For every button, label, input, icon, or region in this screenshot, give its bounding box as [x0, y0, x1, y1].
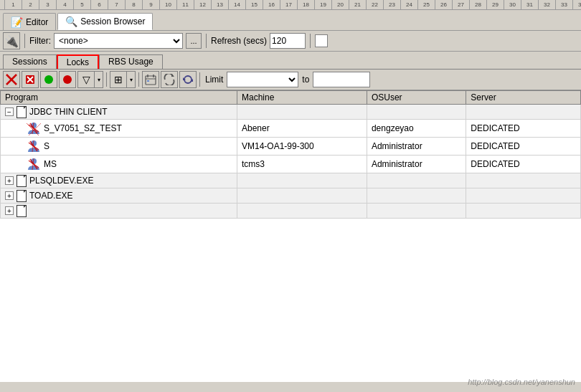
document-icon: [16, 190, 27, 201]
table-row[interactable]: + PLSQLDEV.EXE: [1, 173, 581, 188]
filter-browse-button[interactable]: ...: [186, 33, 202, 49]
cell-osuser: [367, 173, 466, 188]
document-icon: [16, 106, 27, 118]
svg-point-5: [44, 75, 53, 84]
cell-machine: VM14-OA1-99-300: [237, 138, 367, 156]
separator-4: [106, 72, 107, 87]
table-row[interactable]: S_V7051_SZ_TEST Abener dengzeyao DEDICAT…: [1, 120, 581, 138]
refresh-input[interactable]: [270, 33, 306, 49]
program-name: TOAD.EXE: [29, 191, 72, 201]
filter-icon: ▽: [78, 71, 94, 88]
col-program: Program: [1, 91, 237, 105]
sub-tab-rbs-usage-label: RBS Usage: [108, 57, 153, 67]
cell-osuser: Administrator: [367, 156, 466, 173]
ruler-marks: 1 2 3 4 5 6 7 8 9 10 11 12 13 14 15 16 1…: [4, 0, 581, 10]
tab-session-browser[interactable]: 🔍 Session Browser: [57, 13, 153, 30]
cell-server: DEDICATED: [466, 156, 581, 173]
cell-program: S_V7051_SZ_TEST: [1, 120, 237, 138]
session-table-container: Program Machine OSUser Server − JDBC THI…: [0, 90, 581, 382]
expand-icon[interactable]: +: [5, 191, 14, 200]
limit-select[interactable]: [227, 72, 298, 87]
cell-program: S: [1, 138, 237, 156]
cell-machine: [237, 173, 367, 188]
col-server: Server: [466, 91, 581, 105]
table-row[interactable]: MS tcms3 Administrator DEDICATED: [1, 156, 581, 173]
cell-program: +: [1, 204, 237, 219]
refresh-label: Refresh (secs): [211, 36, 267, 46]
separator-6: [199, 72, 200, 87]
table-row[interactable]: + TOAD.EXE: [1, 188, 581, 204]
col-machine: Machine: [237, 91, 367, 105]
grid-icon: ⊞: [110, 71, 126, 88]
sub-tab-sessions[interactable]: Sessions: [3, 54, 57, 69]
cell-machine: tcms3: [237, 156, 367, 173]
person-icon: [27, 139, 41, 153]
table-header-row: Program Machine OSUser Server: [1, 91, 581, 105]
sub-tab-sessions-label: Sessions: [12, 57, 47, 67]
to-label: to: [302, 75, 309, 85]
tab-session-browser-label: Session Browser: [80, 16, 145, 27]
cell-server: [466, 105, 581, 120]
sub-tab-locks[interactable]: Locks: [57, 54, 99, 69]
cell-server: DEDICATED: [466, 138, 581, 156]
sub-tab-rbs-usage[interactable]: RBS Usage: [99, 54, 163, 69]
expand-icon[interactable]: +: [5, 206, 14, 215]
cell-machine: Abener: [237, 120, 367, 138]
collapse-icon[interactable]: −: [5, 107, 14, 116]
grid-button[interactable]: ⊞ ▾: [110, 71, 136, 88]
red-status-button[interactable]: [59, 71, 76, 88]
cell-program: MS: [1, 156, 237, 173]
cell-machine: [237, 188, 367, 204]
separator-5: [138, 72, 139, 87]
remove-button[interactable]: [22, 71, 39, 88]
cell-program: + TOAD.EXE: [1, 188, 237, 204]
auto-refresh-checkbox[interactable]: [315, 34, 328, 47]
cell-server: [466, 173, 581, 188]
main-tab-bar: 📝 Editor 🔍 Session Browser: [0, 10, 581, 31]
expand-icon[interactable]: +: [5, 176, 14, 185]
col-osuser: OSUser: [367, 91, 466, 105]
grid-arrow-icon: ▾: [126, 71, 135, 88]
filter-label: Filter:: [29, 36, 51, 46]
table-row[interactable]: +: [1, 204, 581, 219]
svg-line-18: [32, 123, 34, 134]
tab-editor[interactable]: 📝 Editor: [3, 13, 56, 30]
refresh-button[interactable]: [161, 71, 178, 88]
table-row[interactable]: − JDBC THIN CLIENT: [1, 105, 581, 120]
program-name: MS: [44, 159, 57, 169]
svg-line-17: [30, 123, 37, 133]
program-name: PLSQLDEV.EXE: [29, 176, 94, 186]
separator-3: [310, 34, 311, 48]
watermark: http://blog.csdn.net/yanenshun: [468, 378, 575, 386]
editor-icon: 📝: [11, 16, 23, 28]
filter-button[interactable]: ▽ ▾: [77, 71, 103, 88]
svg-line-16: [29, 125, 39, 132]
person-icon: [27, 121, 41, 135]
tab-editor-label: Editor: [26, 17, 48, 27]
calendar-button[interactable]: [142, 71, 159, 88]
cell-machine: [237, 105, 367, 120]
svg-point-6: [63, 75, 72, 84]
svg-rect-11: [147, 80, 149, 82]
cell-server: [466, 204, 581, 219]
cell-machine: [237, 204, 367, 219]
program-name: S_V7051_SZ_TEST: [44, 123, 122, 133]
cell-program: + PLSQLDEV.EXE: [1, 173, 237, 188]
kill-session-icon-button[interactable]: [3, 71, 20, 88]
program-name: S: [44, 141, 49, 151]
cell-osuser: [367, 105, 466, 120]
document-icon: [16, 175, 27, 186]
sub-tab-locks-label: Locks: [67, 57, 89, 67]
green-status-button[interactable]: [40, 71, 57, 88]
cell-osuser: Administrator: [367, 138, 466, 156]
separator-1: [24, 34, 25, 48]
filter-select[interactable]: <none>: [54, 33, 183, 49]
action-toolbar: ▽ ▾ ⊞ ▾: [0, 70, 581, 90]
program-name: JDBC THIN CLIENT: [29, 107, 107, 117]
table-row[interactable]: S VM14-OA1-99-300 Administrator DEDICATE…: [1, 138, 581, 156]
cell-server: DEDICATED: [466, 120, 581, 138]
to-input[interactable]: [313, 72, 370, 87]
sync-button[interactable]: [179, 71, 197, 88]
connection-button[interactable]: 🔌: [3, 32, 20, 49]
cell-program: − JDBC THIN CLIENT: [1, 105, 237, 120]
